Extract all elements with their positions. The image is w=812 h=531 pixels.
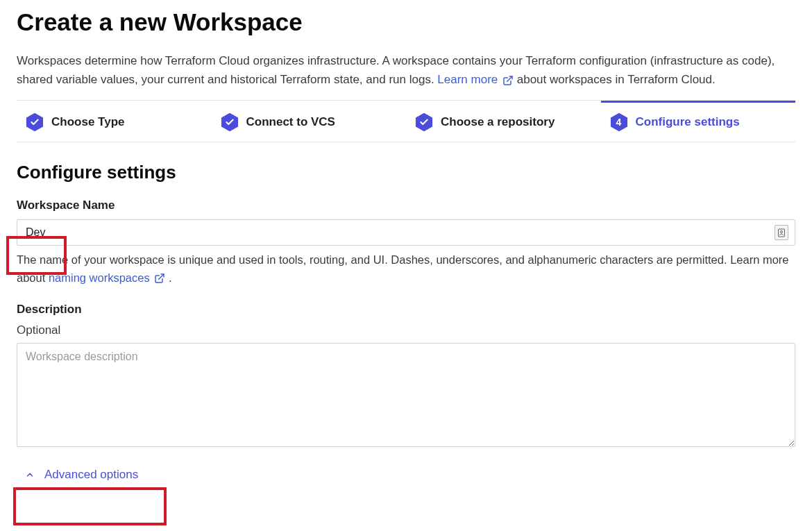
workspace-name-label: Workspace Name xyxy=(17,199,795,212)
step-configure-settings[interactable]: 4 Configure settings xyxy=(601,101,796,142)
naming-workspaces-link[interactable]: naming workspaces xyxy=(49,271,169,284)
svg-point-6 xyxy=(781,231,783,233)
step-number-icon: 4 xyxy=(609,112,629,132)
learn-more-text: Learn more xyxy=(437,73,498,86)
chevron-up-icon xyxy=(25,470,35,480)
intro-text: Workspaces determine how Terraform Cloud… xyxy=(17,51,795,89)
check-icon xyxy=(414,112,434,132)
page-title: Create a new Workspace xyxy=(17,8,795,36)
help-after: . xyxy=(169,271,172,284)
workspace-name-help: The name of your workspace is unique and… xyxy=(17,251,795,287)
annotation-highlight xyxy=(13,487,167,525)
external-link-icon xyxy=(502,75,514,86)
step-label: Connect to VCS xyxy=(246,115,335,129)
learn-more-link[interactable]: Learn more xyxy=(437,73,516,86)
wizard-steps: Choose Type Connect to VCS Choose a repo… xyxy=(17,100,795,142)
step-label: Choose Type xyxy=(51,115,124,129)
description-textarea[interactable] xyxy=(17,343,795,447)
check-icon xyxy=(25,112,44,132)
step-number: 4 xyxy=(609,112,629,132)
naming-link-text: naming workspaces xyxy=(49,271,150,284)
advanced-options-label: Advanced options xyxy=(44,468,138,482)
contact-card-icon[interactable] xyxy=(775,225,788,240)
step-choose-type[interactable]: Choose Type xyxy=(17,101,212,142)
description-field: Description Optional xyxy=(17,303,795,450)
step-connect-vcs[interactable]: Connect to VCS xyxy=(212,101,407,142)
description-optional: Optional xyxy=(17,323,795,337)
description-label: Description xyxy=(17,303,795,317)
step-label: Choose a repository xyxy=(441,115,555,129)
step-choose-repository[interactable]: Choose a repository xyxy=(406,101,601,142)
workspace-name-input[interactable] xyxy=(17,219,795,246)
advanced-options-toggle[interactable]: Advanced options xyxy=(17,462,152,487)
intro-after: about workspaces in Terraform Cloud. xyxy=(517,73,716,86)
check-icon xyxy=(220,112,239,132)
workspace-name-field: Workspace Name The name of your workspac… xyxy=(17,199,795,287)
section-heading: Configure settings xyxy=(17,162,795,183)
svg-line-7 xyxy=(159,274,164,279)
svg-line-0 xyxy=(507,76,512,81)
external-link-icon xyxy=(154,273,165,284)
step-label: Configure settings xyxy=(636,115,740,129)
